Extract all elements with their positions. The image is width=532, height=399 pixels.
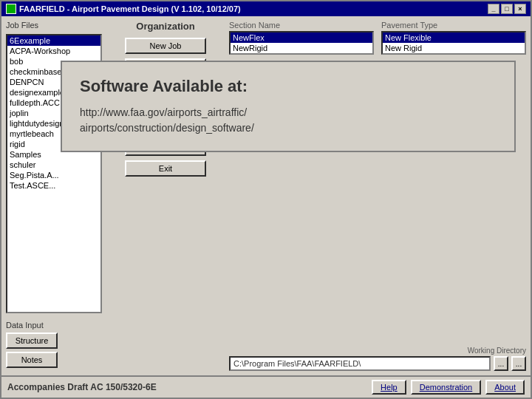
- job-item-acpa[interactable]: ACPA-Workshop: [7, 46, 100, 56]
- job-item-segpista[interactable]: Seg.Pista.A...: [7, 170, 100, 180]
- bottom-buttons: Help Demonstration About: [372, 380, 525, 395]
- working-dir-browse-button2[interactable]: ...: [511, 356, 526, 371]
- working-dir-row: ... ...: [229, 356, 526, 371]
- structure-btn-row: Structure: [6, 332, 102, 349]
- bottom-text: Accompanies Draft AC 150/5320-6E: [7, 382, 157, 392]
- section-item-newrigid[interactable]: NewRigid: [231, 43, 372, 53]
- job-item-testasce[interactable]: Test.ASCE...: [7, 180, 100, 191]
- section-list[interactable]: NewFlex NewRigid: [229, 31, 374, 55]
- pavement-item-newrigid: New Rigid: [383, 43, 525, 53]
- title-bar-left: FAARFIELD - Airport Pavement Design (V 1…: [6, 4, 241, 14]
- new-job-button[interactable]: New Job: [125, 38, 206, 54]
- overlay-title: Software Available at:: [80, 77, 497, 96]
- exit-button[interactable]: Exit: [125, 160, 206, 177]
- working-dir-input[interactable]: [229, 356, 491, 371]
- section-name-header: Section Name: [229, 21, 374, 30]
- maximize-button[interactable]: □: [501, 4, 513, 14]
- overlay-url-line1: http://www.faa.gov/airports_airtraffic/: [80, 106, 247, 118]
- pavement-list: New Flexible New Rigid: [381, 31, 526, 55]
- main-content: Job Files 6Eexample ACPA-Workshop bob ch…: [1, 16, 531, 375]
- window-title: FAARFIELD - Airport Pavement Design (V 1…: [19, 4, 241, 13]
- job-files-label: Job Files: [6, 21, 102, 30]
- overlay-url-line2: airports/construction/design_software/: [80, 122, 254, 134]
- demonstration-button[interactable]: Demonstration: [411, 380, 482, 395]
- notes-btn-row: Notes: [6, 352, 102, 368]
- main-window: FAARFIELD - Airport Pavement Design (V 1…: [0, 0, 532, 399]
- minimize-button[interactable]: _: [488, 4, 499, 14]
- structure-button[interactable]: Structure: [6, 332, 58, 349]
- working-dir-browse-button[interactable]: ...: [494, 356, 508, 371]
- section-name-col: Section Name NewFlex NewRigid: [229, 21, 374, 55]
- title-bar: FAARFIELD - Airport Pavement Design (V 1…: [1, 1, 531, 16]
- data-input-label: Data Input: [6, 321, 102, 330]
- working-dir-section: Working Directory ... ...: [229, 339, 526, 371]
- app-icon: [6, 4, 16, 14]
- pavement-item-newflexible: New Flexible: [383, 33, 525, 43]
- organization-label: Organization: [106, 21, 225, 32]
- job-item-6eexample[interactable]: 6Eexample: [7, 35, 100, 46]
- bottom-bar: Accompanies Draft AC 150/5320-6E Help De…: [1, 375, 531, 398]
- pavement-type-header: Pavement Type: [381, 21, 526, 30]
- help-button[interactable]: Help: [372, 380, 406, 395]
- section-item-newflex[interactable]: NewFlex: [231, 33, 372, 43]
- data-input-section: Data Input Structure Notes: [6, 321, 102, 371]
- pavement-type-col: Pavement Type New Flexible New Rigid: [381, 21, 526, 55]
- working-dir-label: Working Directory: [229, 347, 526, 355]
- overlay-url: http://www.faa.gov/airports_airtraffic/ …: [80, 105, 497, 136]
- overlay-message: Software Available at: http://www.faa.go…: [61, 61, 516, 152]
- right-header: Section Name NewFlex NewRigid Pavement T…: [229, 21, 526, 55]
- close-button[interactable]: ×: [514, 4, 526, 14]
- window-controls: _ □ ×: [488, 4, 526, 14]
- job-item-schuler[interactable]: schuler: [7, 160, 100, 170]
- about-button[interactable]: About: [485, 380, 525, 395]
- notes-button[interactable]: Notes: [6, 352, 58, 368]
